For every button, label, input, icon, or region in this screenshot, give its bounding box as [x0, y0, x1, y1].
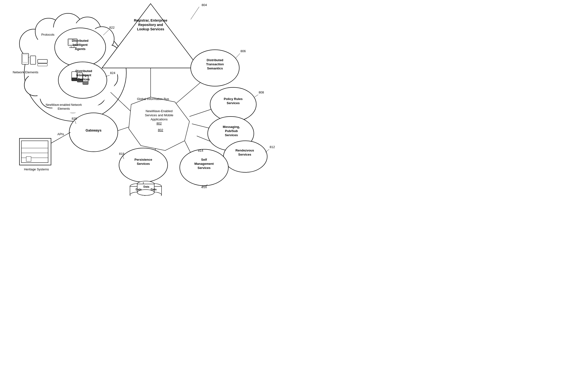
- svg-rect-48: [26, 156, 31, 162]
- self-management-label: SelfManagementServices: [183, 158, 225, 170]
- number-814: 814: [198, 149, 203, 152]
- number-822: 822: [109, 26, 115, 29]
- number-820: 820: [72, 117, 77, 120]
- svg-rect-44: [21, 141, 48, 163]
- data-label-3: Data: [147, 188, 160, 191]
- persistence-label: PersistenceServices: [124, 158, 163, 166]
- svg-line-66: [236, 54, 240, 58]
- apis-label: APIs: [52, 132, 69, 136]
- diagram-container: 804 806 808 812 814 816 818 820 822 824 …: [0, 0, 291, 196]
- dist-agents-label: DistributedIntelligentAgents: [62, 39, 98, 51]
- network-elements-label: Network Elements: [12, 70, 39, 74]
- dist-devices-label: DistributedIntelligentDevices: [66, 69, 102, 82]
- svg-rect-53: [38, 60, 47, 63]
- policy-rules-label: Policy RulesServices: [214, 97, 253, 105]
- gateways-label: Gateways: [79, 128, 108, 132]
- rendezvous-label: RendezvousServices: [226, 148, 264, 157]
- svg-rect-51: [23, 54, 28, 62]
- messaging-label: Messaging,Pub/SubServices: [211, 125, 251, 138]
- number-808: 808: [259, 90, 264, 94]
- number-804: 804: [202, 3, 207, 7]
- number-824: 824: [110, 71, 115, 75]
- number-802: 802: [158, 128, 163, 132]
- svg-rect-52: [30, 56, 36, 64]
- newwave-services-label: NewWave-EnabledServices and MobileApplic…: [132, 109, 186, 126]
- heritage-systems-label: Heritage Systems: [20, 168, 54, 172]
- global-bus-label: Global Information Bus: [129, 97, 177, 101]
- number-812: 812: [270, 145, 275, 149]
- number-806: 806: [240, 49, 246, 53]
- number-818: 818: [119, 152, 124, 156]
- svg-rect-60: [83, 81, 88, 84]
- registrar-label: Registrar, EnterpriseRepository andLooku…: [129, 18, 173, 32]
- svg-line-65: [191, 7, 199, 20]
- svg-line-67: [255, 95, 258, 97]
- protocols-label: Protocols: [37, 33, 59, 37]
- newwave-elements-label: NewWave-enabled NetworkElements: [43, 103, 85, 111]
- svg-marker-13: [102, 4, 199, 68]
- svg-rect-54: [38, 64, 47, 66]
- distributed-transaction-label: DistributedTransactionSemantics: [194, 58, 236, 71]
